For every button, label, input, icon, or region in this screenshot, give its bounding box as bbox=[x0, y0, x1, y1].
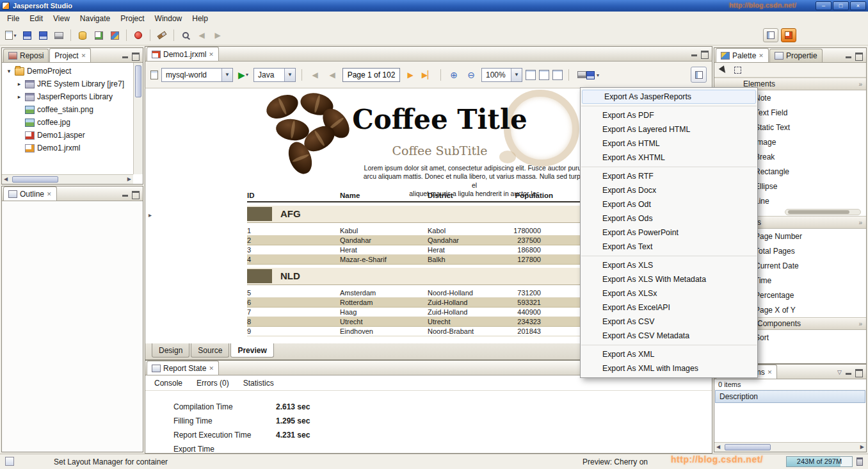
export-menu-item[interactable]: Export As Docx bbox=[581, 183, 757, 197]
garbage-collect-icon[interactable] bbox=[856, 457, 863, 466]
minimize-view-icon[interactable] bbox=[122, 191, 129, 197]
close-tab-icon[interactable]: ✕ bbox=[768, 369, 773, 375]
maximize-button[interactable]: □ bbox=[833, 1, 849, 10]
save-all-button[interactable] bbox=[36, 28, 50, 42]
format-brush-button[interactable] bbox=[155, 28, 169, 42]
run-button[interactable] bbox=[131, 28, 145, 42]
last-page-button[interactable]: ▶▏ bbox=[421, 68, 435, 82]
maximize-view-icon[interactable] bbox=[855, 53, 862, 59]
tab-design[interactable]: Design bbox=[152, 343, 189, 358]
tree-node-coffee-jpg[interactable]: coffee.jpg bbox=[2, 116, 133, 129]
previous-page-button[interactable]: ◀ bbox=[325, 68, 339, 82]
preview-parameters-button[interactable] bbox=[691, 67, 707, 83]
export-menu-item[interactable]: Export As CSV Metadata bbox=[581, 329, 757, 343]
vertical-scrollbar[interactable] bbox=[133, 63, 143, 174]
scroll-left-icon[interactable]: ◀ bbox=[4, 176, 8, 182]
export-menu-item[interactable]: Export As CSV bbox=[581, 315, 757, 329]
minimize-view-icon[interactable] bbox=[691, 51, 698, 57]
section-chevron-icon[interactable]: » bbox=[858, 219, 862, 226]
language-combo[interactable]: Java ▼ bbox=[253, 68, 296, 82]
tab-project-explorer[interactable]: Project ✕ bbox=[49, 48, 91, 62]
close-tab-icon[interactable]: ✕ bbox=[47, 191, 52, 197]
minimize-view-icon[interactable] bbox=[845, 369, 852, 375]
tab-source[interactable]: Source bbox=[191, 343, 229, 358]
maximize-view-icon[interactable] bbox=[132, 191, 139, 197]
scroll-left-icon[interactable]: ◀ bbox=[716, 444, 720, 450]
scrollbar-thumb[interactable] bbox=[135, 65, 141, 97]
palette-scrollbar[interactable] bbox=[785, 209, 861, 215]
tree-node-demo1-jrxml[interactable]: Demo1.jrxml bbox=[2, 142, 133, 154]
tab-repository-explorer[interactable]: Reposi bbox=[3, 49, 49, 62]
horizontal-scrollbar[interactable]: ◀ ▶ bbox=[2, 174, 133, 184]
tree-node-coffee-stain-png[interactable]: coffee_stain.png bbox=[2, 103, 133, 116]
subtab-statistics[interactable]: Statistics bbox=[243, 379, 274, 388]
minimize-button[interactable]: – bbox=[816, 1, 832, 10]
collapse-twistie-icon[interactable]: ▾ bbox=[6, 68, 12, 74]
export-menu-item[interactable]: Export As ExcelAPI bbox=[581, 300, 757, 315]
menu-bar-item[interactable]: File bbox=[2, 12, 24, 25]
tab-properties[interactable]: Propertie bbox=[769, 49, 823, 62]
close-tab-icon[interactable]: ✕ bbox=[759, 53, 764, 59]
maximize-view-icon[interactable] bbox=[701, 51, 708, 57]
actual-size-button[interactable] bbox=[552, 70, 563, 80]
section-chevron-icon[interactable]: » bbox=[858, 81, 862, 88]
subtab-errors[interactable]: Errors (0) bbox=[197, 379, 229, 388]
tab-outline[interactable]: Outline ✕ bbox=[3, 186, 57, 201]
menu-bar-item[interactable]: Project bbox=[115, 12, 149, 25]
chevron-down-icon[interactable]: ▼ bbox=[511, 69, 522, 81]
print-button[interactable] bbox=[52, 28, 66, 42]
zoom-out-button[interactable]: ⊖ bbox=[464, 68, 478, 82]
chevron-down-icon[interactable]: ▼ bbox=[221, 69, 232, 81]
export-menu-item[interactable]: Export As Layered HTML bbox=[581, 122, 757, 136]
next-page-button[interactable]: ▶ bbox=[403, 68, 417, 82]
scrollbar-thumb[interactable] bbox=[725, 444, 771, 450]
export-menu-item[interactable]: Export As XLS With Metadata bbox=[581, 272, 757, 286]
minimize-view-icon[interactable] bbox=[845, 53, 852, 59]
export-menu-item[interactable]: Export As RTF bbox=[581, 169, 757, 183]
tab-demo1-jrxml[interactable]: Demo1.jrxml ✕ bbox=[147, 47, 219, 61]
datasource-button[interactable] bbox=[76, 28, 90, 42]
minimize-view-icon[interactable] bbox=[122, 53, 129, 59]
menu-bar-item[interactable]: Help bbox=[187, 12, 213, 25]
datasource-combo[interactable]: mysql-world ▼ bbox=[161, 68, 233, 82]
export-menu-item[interactable]: Export As Ods bbox=[581, 211, 757, 226]
expand-twistie-icon[interactable]: ▸ bbox=[16, 94, 22, 100]
select-tool-button[interactable] bbox=[717, 64, 729, 76]
export-menu-item[interactable]: Export As Odt bbox=[581, 197, 757, 211]
zoom-combo[interactable]: 100% ▼ bbox=[481, 68, 522, 82]
horizontal-scrollbar[interactable]: ◀ ▶ bbox=[714, 442, 866, 452]
fit-width-button[interactable] bbox=[539, 70, 549, 80]
close-tab-icon[interactable]: ✕ bbox=[81, 53, 86, 59]
scroll-right-icon[interactable]: ▶ bbox=[127, 176, 131, 182]
tree-node-demoproject[interactable]: ▾ DemoProject bbox=[2, 65, 133, 78]
export-menu-item[interactable]: Export As PowerPoint bbox=[581, 226, 757, 240]
dropdown-arrow-icon[interactable]: ▾ bbox=[597, 72, 599, 78]
maximize-view-icon[interactable] bbox=[132, 53, 139, 59]
report-wizard-button[interactable] bbox=[92, 28, 106, 42]
subtab-console[interactable]: Console bbox=[154, 379, 182, 388]
open-perspective-button[interactable] bbox=[763, 28, 778, 42]
export-menu-item[interactable]: Export As XLS bbox=[581, 258, 757, 272]
forward-button[interactable]: ▶ bbox=[211, 28, 225, 42]
tree-node-jasperreports-library[interactable]: ▸ JasperReports Library bbox=[2, 90, 133, 103]
export-menu-item[interactable]: Export As Text bbox=[581, 240, 757, 254]
export-menu-item[interactable]: Export As XML bbox=[581, 347, 757, 361]
heap-status[interactable]: 243M of 297M bbox=[786, 456, 853, 467]
search-button[interactable] bbox=[179, 28, 193, 42]
back-button[interactable]: ◀ bbox=[195, 28, 209, 42]
jaspersoft-perspective-button[interactable] bbox=[781, 28, 796, 42]
menu-bar-item[interactable]: Window bbox=[150, 12, 188, 25]
close-tab-icon[interactable]: ✕ bbox=[209, 51, 214, 58]
dropdown-arrow-icon[interactable]: ▾ bbox=[246, 72, 248, 78]
dropdown-arrow-icon[interactable]: ▾ bbox=[13, 33, 16, 38]
export-menu-item[interactable]: Export As XHTML bbox=[581, 151, 757, 165]
filter-icon[interactable]: ▽ bbox=[837, 369, 842, 375]
close-button[interactable]: × bbox=[850, 1, 866, 10]
export-menu-item[interactable]: Export As PDF bbox=[581, 108, 757, 122]
export-menu-item[interactable]: Export As XML with Images bbox=[581, 361, 757, 375]
export-report-button[interactable]: ▾ bbox=[584, 67, 601, 83]
menu-bar-item[interactable]: View bbox=[48, 12, 75, 25]
marquee-tool-button[interactable] bbox=[732, 64, 744, 76]
chevron-down-icon[interactable]: ▼ bbox=[284, 69, 295, 81]
menu-bar-item[interactable]: Edit bbox=[24, 12, 48, 25]
